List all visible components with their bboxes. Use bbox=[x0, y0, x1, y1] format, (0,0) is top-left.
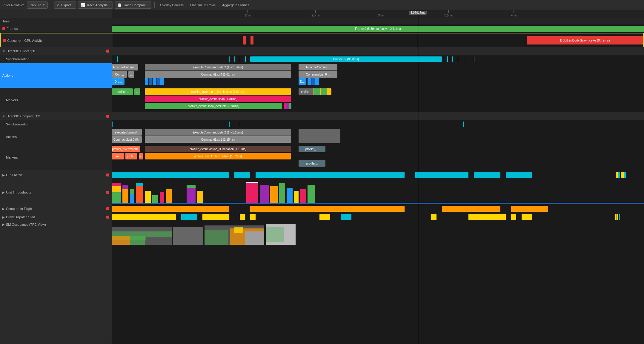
frame0-bar: Frame 0 (5.89ms) (active=2.11ms) bbox=[112, 26, 644, 32]
svg-rect-30 bbox=[146, 237, 172, 245]
svg-rect-20 bbox=[279, 183, 285, 204]
overlay-barriers-button[interactable]: Overlay Barriers bbox=[158, 1, 186, 9]
draw-bar-1 bbox=[112, 214, 176, 220]
svg-rect-28 bbox=[112, 236, 130, 245]
aggregate-frames-button[interactable]: Aggregate Frames bbox=[220, 1, 252, 9]
markers-c2-cursor bbox=[418, 145, 418, 170]
compute-bar-2 bbox=[250, 206, 405, 212]
compute-timeline[interactable] bbox=[112, 204, 644, 213]
gpu-active-timeline[interactable] bbox=[112, 170, 644, 180]
gpu-active-bar-3 bbox=[256, 172, 405, 178]
expand-icon-sm: ▶ bbox=[2, 223, 5, 226]
draw-bar-cyan-2 bbox=[341, 214, 351, 220]
export-button[interactable]: ✔ Export... bbox=[54, 1, 76, 9]
svg-rect-6 bbox=[130, 189, 134, 194]
time-row: Time bbox=[0, 18, 644, 24]
svg-rect-36 bbox=[245, 231, 264, 245]
tick-2.5ms-label: 2.5ms bbox=[311, 14, 319, 17]
compute-cursor bbox=[418, 204, 418, 213]
actions-q0-cursor bbox=[418, 63, 418, 88]
draw-block-1: Dra... bbox=[112, 78, 125, 85]
gpu-activity-label-cell: Concurrent GPU Activity bbox=[1, 33, 113, 48]
draw-label[interactable]: ▶ Draw/Dispatch Start bbox=[0, 213, 112, 221]
gpu-activity-timeline[interactable]: D3D12nBodyGravity.exe (0.42ms) bbox=[113, 33, 643, 48]
gpu-active-bar-5 bbox=[474, 172, 500, 178]
draw-bar-3 bbox=[240, 214, 245, 220]
compute-text: Compute In Flight bbox=[6, 207, 32, 211]
profiler-ssao: profiler_event::ssao (1.01ms) bbox=[145, 96, 291, 102]
markers-q0-row: Markers profiler... ... profiler_event::… bbox=[0, 88, 644, 112]
ruler-label: Ruler Relative: bbox=[2, 3, 24, 7]
svg-rect-21 bbox=[287, 188, 293, 204]
frames-timeline[interactable]: Frame 0 (5.89ms) (active=2.11ms) bbox=[112, 24, 644, 33]
actions-q0-label: Actions bbox=[0, 63, 112, 88]
compute-label[interactable]: ▶ Compute In Flight bbox=[0, 204, 112, 213]
svg-rect-29 bbox=[130, 236, 145, 245]
sync-c2-cursor bbox=[418, 120, 418, 128]
trace-analysis-button[interactable]: 📊 Trace Analysis... bbox=[78, 1, 113, 9]
profiler-c2-bottom: profiler... bbox=[299, 160, 325, 167]
expand-icon-gpu: ▶ bbox=[2, 173, 5, 177]
actions-q0-text: Actions bbox=[2, 74, 13, 77]
gpu-active-bar-2 bbox=[234, 172, 250, 178]
cmd-list-4: CommandList 4 (1.01ms) bbox=[145, 71, 291, 78]
exec-cmd-c2-1: ExecuteComand... bbox=[112, 129, 142, 136]
sync-tick-10 bbox=[474, 56, 474, 62]
unit-throughputs-label[interactable]: ▶ Unit Throughputs bbox=[0, 180, 112, 204]
ruler-timeline[interactable]: 2ms 2.5ms 3ms 3.07017ms 3.5ms bbox=[112, 10, 644, 18]
gpu-activity-row: Concurrent GPU Activity D3D12nBodyGravit… bbox=[0, 33, 644, 47]
check-icon: ✔ bbox=[57, 3, 60, 7]
draw-bar-7 bbox=[468, 214, 506, 220]
main-content: 2ms 2.5ms 3ms 3.07017ms 3.5ms bbox=[0, 10, 644, 344]
svg-rect-23 bbox=[300, 189, 306, 204]
draw-bar-6 bbox=[431, 214, 436, 220]
unit-throughputs-row: ▶ Unit Throughputs bbox=[0, 180, 644, 204]
sync-tick-6 bbox=[447, 56, 448, 62]
sync-q0-timeline[interactable]: Barrier 72 (0.80ms) bbox=[112, 55, 644, 63]
ruler-dropdown[interactable]: Capture ▼ bbox=[27, 1, 48, 9]
gpu-active-bar-4 bbox=[415, 172, 468, 178]
svg-rect-5 bbox=[130, 194, 134, 204]
d3d-q0-cursor bbox=[418, 47, 418, 55]
trace-analysis-icon: 📊 bbox=[81, 3, 85, 7]
dropdown-arrow-icon: ▼ bbox=[42, 4, 45, 7]
trace-compare-button[interactable]: 📋 Trace Compare... bbox=[115, 1, 151, 9]
sync-tick-9 bbox=[466, 56, 466, 62]
unit-throughputs-timeline[interactable] bbox=[112, 180, 644, 204]
draw-red-dot bbox=[106, 216, 109, 219]
draw-right-ticks bbox=[615, 214, 620, 220]
markers-c2-timeline[interactable]: profiler_event::parti... profiler_event:… bbox=[112, 145, 644, 170]
svg-rect-15 bbox=[197, 191, 203, 204]
overlay-barriers-label: Overlay Barriers bbox=[160, 3, 184, 7]
compute-bar-3 bbox=[442, 206, 500, 212]
sync-c2-timeline[interactable] bbox=[112, 120, 644, 128]
exec-cmd-gray-block bbox=[299, 129, 340, 143]
actions-c2-timeline[interactable]: ExecuteComand... ExecuteCommandLists 2 (… bbox=[112, 128, 644, 145]
time-timeline bbox=[112, 18, 644, 24]
flat-queue-rows-button[interactable]: Flat Queue Rows bbox=[188, 1, 218, 9]
profiler-1: profiler... bbox=[112, 88, 133, 95]
draw-timeline[interactable] bbox=[112, 213, 644, 221]
actions-q0-timeline[interactable]: ExecuteComma... ExecuteCommandLists 2 (1… bbox=[112, 63, 644, 88]
svg-rect-33 bbox=[205, 230, 228, 245]
expand-icon-unit: ▶ bbox=[2, 191, 5, 194]
direct3d-c2-label[interactable]: ▼ Direct3D Compute Q:2 bbox=[0, 112, 112, 120]
gpu-small-bar2 bbox=[250, 36, 253, 44]
svg-rect-17 bbox=[246, 182, 258, 183]
tick-3ms-label: 3ms bbox=[378, 14, 384, 17]
ruler-row: 2ms 2.5ms 3ms 3.07017ms 3.5ms bbox=[0, 10, 644, 18]
draw-mini-blocks-2 bbox=[308, 78, 319, 85]
trace-compare-label: Trace Compare... bbox=[123, 3, 148, 7]
cursor-time-label: 3.07017ms bbox=[409, 11, 427, 15]
sync-c2-tick-3 bbox=[240, 122, 240, 127]
trace-compare-icon: 📋 bbox=[117, 3, 122, 7]
frame0-label: Frame 0 (5.89ms) (active=2.11ms) bbox=[355, 27, 401, 30]
gpu-active-label[interactable]: ▶ GPU Active bbox=[0, 170, 112, 180]
svg-rect-19 bbox=[270, 186, 278, 204]
sm-label[interactable]: ▶ SM Occupancy (TPC View) bbox=[0, 221, 112, 344]
sm-timeline[interactable] bbox=[112, 221, 644, 344]
direct3d-q0-label[interactable]: ▼ Direct3D Direct Q:0 bbox=[0, 47, 112, 55]
markers-q0-timeline[interactable]: profiler... ... profiler_event::pre_illu… bbox=[112, 88, 644, 112]
direct3d-q0-row: ▼ Direct3D Direct Q:0 bbox=[0, 47, 644, 55]
svg-rect-22 bbox=[294, 191, 299, 204]
